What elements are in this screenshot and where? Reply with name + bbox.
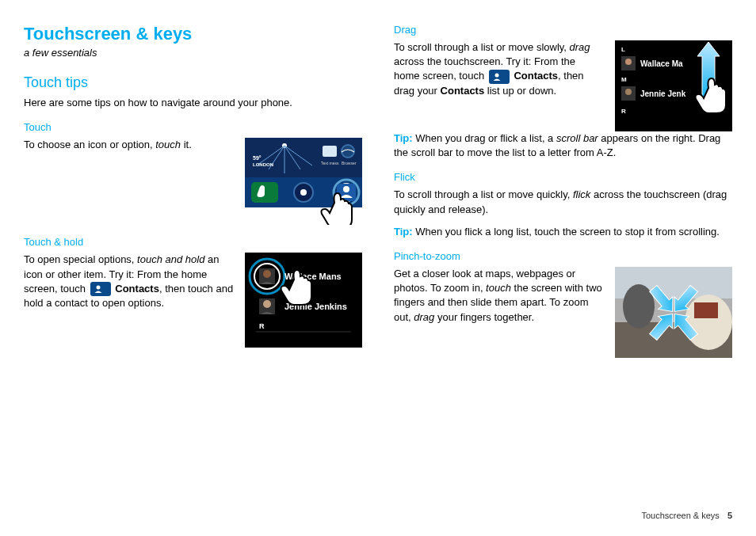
pinch-heading: Pinch-to-zoom <box>394 250 732 262</box>
svg-point-11 <box>342 146 353 157</box>
svg-point-17 <box>300 189 307 196</box>
drag-figure: L Wallace Ma M Jennie Jenk R <box>615 40 732 131</box>
pinch-figure <box>615 267 732 358</box>
svg-text:L: L <box>621 46 625 53</box>
svg-rect-52 <box>694 302 718 318</box>
subtitle: a few essentials <box>24 46 362 60</box>
svg-point-40 <box>625 59 632 65</box>
touch-heading: Touch <box>24 121 362 133</box>
touch-tips-intro: Here are some tips on how to navigate ar… <box>24 96 362 110</box>
footer: Touchscreen & keys5 <box>641 511 732 520</box>
svg-point-36 <box>494 73 498 77</box>
touch-figure: 59° LONDON Text mess Browser <box>245 138 362 225</box>
touch-tips-heading: Touch tips <box>24 74 362 91</box>
page-title: Touchscreen & keys <box>24 24 362 44</box>
drag-body: To scroll through a list or move slowly,… <box>394 40 604 98</box>
flick-tip: Tip: When you flick a long list, touch t… <box>394 225 732 239</box>
touch-hold-heading: Touch & hold <box>24 236 362 248</box>
flick-body: To scroll through a list or move quickly… <box>394 188 732 216</box>
touch-hold-figure: Wallace Mans Jennie Jenkins R <box>245 253 362 348</box>
svg-point-31 <box>263 300 271 308</box>
drag-heading: Drag <box>394 24 732 36</box>
svg-text:Wallace Ma: Wallace Ma <box>640 59 683 68</box>
touch-body: To choose an icon or option, touch it. <box>24 138 234 152</box>
touch-hold-body: To open special options, touch and hold … <box>24 253 234 310</box>
svg-text:R: R <box>259 322 265 330</box>
svg-rect-9 <box>323 146 337 157</box>
svg-text:Jennie Jenk: Jennie Jenk <box>640 89 686 98</box>
flick-heading: Flick <box>394 171 732 183</box>
drag-tip: Tip: When you drag or flick a list, a sc… <box>394 131 732 160</box>
svg-text:LONDON: LONDON <box>253 162 273 167</box>
pinch-body: Get a closer look at maps, webpages or p… <box>394 267 604 325</box>
contacts-chip <box>489 70 510 84</box>
svg-text:Browser: Browser <box>342 161 357 165</box>
svg-text:Text mess: Text mess <box>321 161 339 165</box>
svg-text:R: R <box>621 108 626 115</box>
svg-point-23 <box>96 286 100 290</box>
svg-point-21 <box>343 186 349 192</box>
svg-point-28 <box>263 270 271 278</box>
svg-text:M: M <box>621 76 627 83</box>
svg-text:59°: 59° <box>253 155 262 161</box>
svg-point-44 <box>625 89 632 95</box>
contacts-chip <box>90 282 111 296</box>
